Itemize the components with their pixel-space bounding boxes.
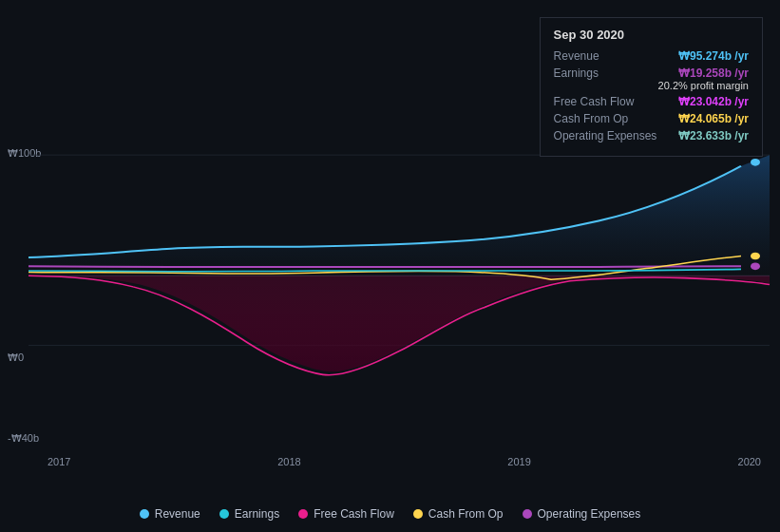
legend-label-revenue: Revenue [155, 507, 200, 521]
tooltip-date: Sep 30 2020 [554, 28, 749, 42]
tooltip-label-freecashflow: Free Cash Flow [554, 95, 658, 108]
chart-svg [0, 133, 780, 484]
opexpenses-dot [751, 262, 760, 270]
tooltip-value-cashfromop: ₩24.065b /yr [678, 112, 749, 125]
tooltip-label-earnings: Earnings [554, 66, 658, 80]
legend-dot-earnings [219, 509, 229, 519]
legend-label-earnings: Earnings [235, 507, 279, 521]
tooltip-value-freecashflow: ₩23.042b /yr [678, 95, 749, 108]
legend-dot-cashfromop [413, 509, 423, 519]
tooltip-row-revenue: Revenue ₩95.274b /yr [554, 49, 749, 63]
x-label-2018: 2018 [277, 456, 300, 467]
tooltip-label-revenue: Revenue [554, 49, 658, 63]
opexpenses-line [29, 266, 741, 267]
legend-label-cashfromop: Cash From Op [428, 507, 504, 521]
earnings-area [29, 276, 770, 371]
legend-item-cashfromop[interactable]: Cash From Op [413, 507, 504, 521]
tooltip-row-cashfromop: Cash From Op ₩24.065b /yr [554, 112, 749, 125]
x-label-2017: 2017 [48, 456, 70, 467]
legend-item-earnings[interactable]: Earnings [219, 507, 279, 521]
tooltip-value-revenue: ₩95.274b /yr [678, 49, 749, 63]
x-label-2019: 2019 [507, 456, 530, 467]
x-axis: 2017 2018 2019 2020 [29, 456, 780, 467]
legend-dot-revenue [140, 509, 149, 519]
tooltip-row-earnings: Earnings ₩19.258b /yr 20.2% profit margi… [554, 66, 749, 91]
tooltip-earnings-margin: 20.2% profit margin [658, 80, 749, 91]
chart-container: Sep 30 2020 Revenue ₩95.274b /yr Earning… [0, 0, 780, 532]
tooltip-row-freecashflow: Free Cash Flow ₩23.042b /yr [554, 95, 749, 108]
legend: Revenue Earnings Free Cash Flow Cash Fro… [0, 507, 780, 521]
legend-label-opexpenses: Operating Expenses [538, 507, 641, 521]
tooltip-label-opexpenses: Operating Expenses [554, 129, 658, 142]
legend-item-revenue[interactable]: Revenue [140, 507, 200, 521]
legend-label-freecashflow: Free Cash Flow [314, 507, 394, 521]
legend-item-freecashflow[interactable]: Free Cash Flow [298, 507, 394, 521]
tooltip-label-cashfromop: Cash From Op [554, 112, 658, 125]
cashfromop-dot [751, 253, 760, 260]
legend-item-opexpenses[interactable]: Operating Expenses [523, 507, 641, 521]
legend-dot-opexpenses [523, 509, 532, 519]
tooltip-value-opexpenses: ₩23.633b /yr [678, 129, 749, 142]
x-label-2020: 2020 [738, 456, 761, 467]
tooltip-earnings-group: ₩19.258b /yr 20.2% profit margin [658, 66, 749, 91]
tooltip-value-earnings: ₩19.258b /yr [678, 66, 749, 80]
revenue-dot [751, 159, 760, 166]
tooltip-row-opexpenses: Operating Expenses ₩23.633b /yr [554, 129, 749, 142]
tooltip-box: Sep 30 2020 Revenue ₩95.274b /yr Earning… [540, 17, 763, 157]
revenue-area [29, 155, 770, 276]
legend-dot-freecashflow [298, 509, 308, 519]
